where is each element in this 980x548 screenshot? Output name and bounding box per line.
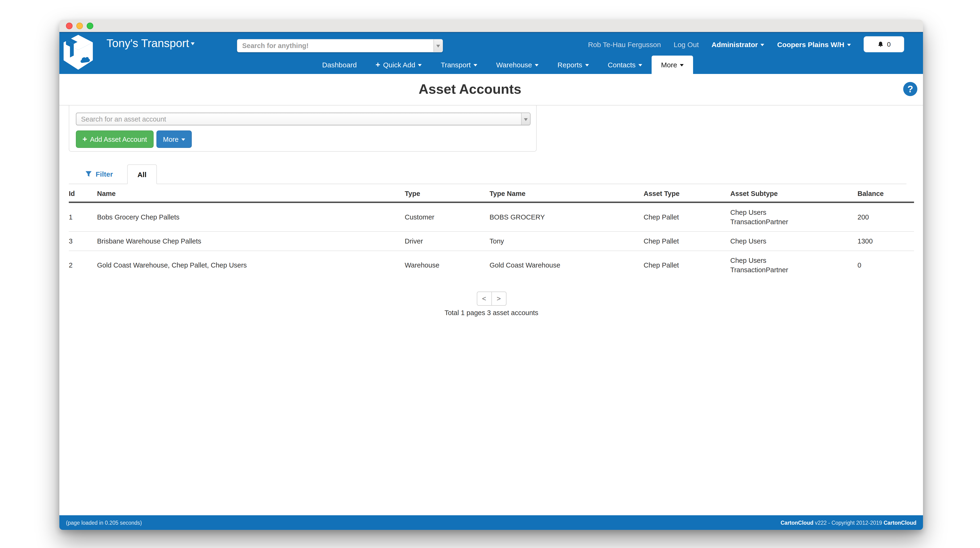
chevron-down-icon (181, 138, 185, 141)
toolbar-more-button[interactable]: More (156, 130, 192, 148)
asset-account-search-input[interactable] (76, 113, 524, 125)
col-id[interactable]: Id (69, 184, 97, 202)
minimize-window-button[interactable] (76, 22, 83, 29)
pagination-buttons: < > (477, 292, 506, 306)
asset-account-search-dropdown-toggle[interactable] (521, 113, 530, 125)
role-dropdown[interactable]: Administrator (711, 40, 764, 48)
tenant-name: Tony's Transport (107, 37, 189, 50)
logout-link[interactable]: Log Out (674, 40, 699, 48)
cell-asset-type: Chep Pallet (644, 251, 730, 279)
page-load-time: (page loaded in 0.205 seconds) (66, 520, 142, 526)
cell-balance: 0 (858, 251, 914, 279)
next-page-button[interactable]: > (491, 292, 506, 306)
footer-brand[interactable]: CartonCloud (781, 520, 813, 526)
chevron-down-icon (436, 45, 440, 48)
asset-account-toolbar: + Add Asset Account More (69, 105, 537, 152)
chevron-down-icon (680, 64, 684, 67)
window-controls (66, 22, 93, 29)
cell-type-name: Gold Coast Warehouse (490, 251, 644, 279)
chevron-down-icon (638, 64, 642, 67)
plus-icon: + (83, 135, 87, 144)
cell-type: Driver (405, 232, 490, 251)
col-type[interactable]: Type (405, 184, 490, 202)
cell-id: 2 (69, 251, 97, 279)
add-asset-account-button[interactable]: + Add Asset Account (76, 130, 154, 148)
cell-name: Brisbane Warehouse Chep Pallets (97, 232, 405, 251)
table-row[interactable]: 3 Brisbane Warehouse Chep Pallets Driver… (69, 232, 914, 251)
warehouse-dropdown[interactable]: Coopers Plains W/H (777, 40, 851, 48)
cell-balance: 1300 (858, 232, 914, 251)
plus-icon: + (375, 60, 380, 70)
main-navbar: Tony's Transport Rob Te-Hau Fergusson Lo… (59, 32, 923, 74)
cell-asset-subtype: Chep Users TransactionPartner (730, 202, 858, 232)
filter-funnel-icon (85, 170, 92, 177)
pagination-total: Total 1 pages 3 asset accounts (69, 309, 914, 316)
tab-filter[interactable]: Filter (78, 164, 120, 184)
asset-accounts-table: Id Name Type Type Name Asset Type Asset … (69, 184, 914, 279)
notifications-button[interactable]: 0 (864, 36, 904, 52)
col-balance[interactable]: Balance (858, 184, 914, 202)
app-footer: (page loaded in 0.205 seconds) CartonClo… (59, 515, 923, 530)
cell-type-name: BOBS GROCERY (490, 202, 644, 232)
global-search-dropdown-toggle[interactable] (433, 40, 442, 52)
cell-name: Gold Coast Warehouse, Chep Pallet, Chep … (97, 251, 405, 279)
chevron-down-icon (474, 64, 477, 67)
col-asset-type[interactable]: Asset Type (644, 184, 730, 202)
global-search (237, 39, 443, 52)
cell-balance: 200 (858, 202, 914, 232)
cell-asset-type: Chep Pallet (644, 202, 730, 232)
bell-icon (877, 41, 884, 48)
nav-quick-add[interactable]: + Quick Add (366, 56, 431, 74)
pagination: < > Total 1 pages 3 asset accounts (69, 292, 914, 316)
chevron-down-icon (760, 44, 764, 46)
chevron-down-icon (847, 44, 851, 46)
col-type-name[interactable]: Type Name (490, 184, 644, 202)
global-search-input[interactable] (237, 40, 440, 52)
asset-account-search (76, 113, 531, 125)
table-header-row: Id Name Type Type Name Asset Type Asset … (69, 184, 914, 202)
col-asset-subtype[interactable]: Asset Subtype (730, 184, 858, 202)
close-window-button[interactable] (66, 22, 73, 29)
notifications-count: 0 (887, 41, 891, 48)
page-content: + Add Asset Account More Filter (59, 105, 923, 515)
cell-type-name: Tony (490, 232, 644, 251)
user-name-link[interactable]: Rob Te-Hau Fergusson (588, 40, 661, 48)
cell-asset-subtype: Chep Users (730, 232, 858, 251)
macos-titlebar (59, 20, 923, 32)
footer-brand2[interactable]: CartonCloud (884, 520, 916, 526)
list-tabs: Filter All (69, 164, 907, 184)
nav-transport[interactable]: Transport (431, 56, 487, 74)
table-row[interactable]: 2 Gold Coast Warehouse, Chep Pallet, Che… (69, 251, 914, 279)
tab-all[interactable]: All (127, 164, 157, 184)
toolbar-buttons: + Add Asset Account More (76, 130, 530, 148)
tenant-switcher[interactable]: Tony's Transport (107, 37, 195, 50)
nav-more[interactable]: More (652, 56, 693, 74)
chevron-down-icon (191, 42, 195, 45)
chevron-down-icon (524, 118, 528, 121)
table-row[interactable]: 1 Bobs Grocery Chep Pallets Customer BOB… (69, 202, 914, 232)
col-name[interactable]: Name (97, 184, 405, 202)
chevron-down-icon (535, 64, 539, 67)
nav-contacts[interactable]: Contacts (598, 56, 652, 74)
cell-id: 3 (69, 232, 97, 251)
help-icon[interactable]: ? (903, 82, 917, 96)
cell-name: Bobs Grocery Chep Pallets (97, 202, 405, 232)
zoom-window-button[interactable] (87, 22, 93, 29)
nav-dashboard[interactable]: Dashboard (313, 56, 366, 74)
cell-type: Customer (405, 202, 490, 232)
app-window: Tony's Transport Rob Te-Hau Fergusson Lo… (59, 20, 923, 530)
cell-id: 1 (69, 202, 97, 232)
prev-page-button[interactable]: < (477, 292, 492, 306)
chevron-down-icon (585, 64, 589, 67)
cell-asset-subtype: Chep Users TransactionPartner (730, 251, 858, 279)
cell-type: Warehouse (405, 251, 490, 279)
cell-asset-type: Chep Pallet (644, 232, 730, 251)
chevron-down-icon (418, 64, 422, 67)
nav-warehouse[interactable]: Warehouse (487, 56, 548, 74)
screenshot-stage: Tony's Transport Rob Te-Hau Fergusson Lo… (0, 0, 980, 548)
nav-reports[interactable]: Reports (548, 56, 598, 74)
copyright-text: CartonCloud v222 - Copyright 2012-2019 C… (781, 520, 916, 526)
page-title: Asset Accounts (59, 74, 881, 104)
user-menu-bar: Rob Te-Hau Fergusson Log Out Administrat… (588, 33, 904, 56)
nav-menu: Dashboard + Quick Add Transport Warehous… (71, 56, 935, 74)
